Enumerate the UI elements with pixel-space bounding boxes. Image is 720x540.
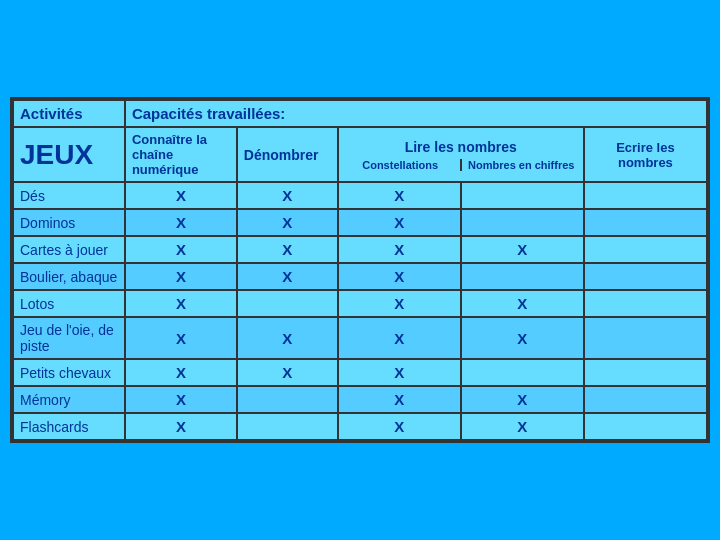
ecrire-cell bbox=[584, 413, 707, 440]
connaitre-cell: X bbox=[125, 317, 237, 359]
activite-cell: Dés bbox=[13, 182, 125, 209]
ecrire-cell bbox=[584, 359, 707, 386]
table-row: Jeu de l'oie, de piste X X X X bbox=[13, 317, 707, 359]
lire-header: Lire les nombres Constellations Nombres … bbox=[338, 127, 584, 182]
activite-cell: Mémory bbox=[13, 386, 125, 413]
nombres-chiffres-cell bbox=[461, 359, 584, 386]
constellations-cell: X bbox=[338, 263, 461, 290]
nombres-chiffres-cell: X bbox=[461, 386, 584, 413]
ecrire-cell bbox=[584, 182, 707, 209]
connaitre-cell: X bbox=[125, 209, 237, 236]
table-row: Dominos X X X bbox=[13, 209, 707, 236]
connaitre-cell: X bbox=[125, 290, 237, 317]
connaitre-cell: X bbox=[125, 413, 237, 440]
nombres-chiffres-cell: X bbox=[461, 413, 584, 440]
connaitre-cell: X bbox=[125, 386, 237, 413]
activites-header: Activités bbox=[13, 100, 125, 127]
denombrer-cell bbox=[237, 386, 338, 413]
connaitre-header: Connaître la chaîne numérique bbox=[125, 127, 237, 182]
connaitre-cell: X bbox=[125, 263, 237, 290]
ecrire-cell bbox=[584, 209, 707, 236]
nombres-chiffres-cell: X bbox=[461, 290, 584, 317]
table-row: Dés X X X bbox=[13, 182, 707, 209]
nombres-chiffres-cell bbox=[461, 182, 584, 209]
denombrer-cell bbox=[237, 413, 338, 440]
constellations-cell: X bbox=[338, 413, 461, 440]
activite-cell: Cartes à jouer bbox=[13, 236, 125, 263]
table-row: Cartes à jouer X X X X bbox=[13, 236, 707, 263]
activite-cell: Jeu de l'oie, de piste bbox=[13, 317, 125, 359]
constellations-cell: X bbox=[338, 386, 461, 413]
activite-cell: Petits chevaux bbox=[13, 359, 125, 386]
connaitre-cell: X bbox=[125, 182, 237, 209]
constellations-cell: X bbox=[338, 290, 461, 317]
activite-cell: Dominos bbox=[13, 209, 125, 236]
constellations-sub-label: Constellations bbox=[345, 159, 462, 171]
connaitre-cell: X bbox=[125, 359, 237, 386]
denombrer-cell: X bbox=[237, 359, 338, 386]
denombrer-cell: X bbox=[237, 263, 338, 290]
nombres-chiffres-cell bbox=[461, 263, 584, 290]
ecrire-cell bbox=[584, 290, 707, 317]
denombrer-cell bbox=[237, 290, 338, 317]
jeux-sub-header-row: JEUX Connaître la chaîne numérique Dénom… bbox=[13, 127, 707, 182]
capacites-header: Capacités travaillées: bbox=[125, 100, 707, 127]
table-row: Boulier, abaque X X X bbox=[13, 263, 707, 290]
table-row: Mémory X X X bbox=[13, 386, 707, 413]
nombres-chiffres-cell: X bbox=[461, 236, 584, 263]
ecrire-cell bbox=[584, 386, 707, 413]
activite-cell: Boulier, abaque bbox=[13, 263, 125, 290]
nombres-chiffres-cell bbox=[461, 209, 584, 236]
ecrire-cell bbox=[584, 236, 707, 263]
activite-cell: Flashcards bbox=[13, 413, 125, 440]
constellations-cell: X bbox=[338, 359, 461, 386]
denombrer-cell: X bbox=[237, 182, 338, 209]
nombres-chiffres-sub-label: Nombres en chiffres bbox=[462, 159, 577, 171]
constellations-cell: X bbox=[338, 209, 461, 236]
table-row: Lotos X X X bbox=[13, 290, 707, 317]
main-table-wrapper: Activités Capacités travaillées: JEUX Co… bbox=[10, 97, 710, 443]
ecrire-cell bbox=[584, 263, 707, 290]
denombrer-header: Dénombrer bbox=[237, 127, 338, 182]
denombrer-cell: X bbox=[237, 236, 338, 263]
lire-main-label: Lire les nombres bbox=[345, 139, 577, 155]
ecrire-header: Ecrire les nombres bbox=[584, 127, 707, 182]
constellations-cell: X bbox=[338, 236, 461, 263]
table-row: Flashcards X X X bbox=[13, 413, 707, 440]
constellations-cell: X bbox=[338, 182, 461, 209]
constellations-cell: X bbox=[338, 317, 461, 359]
denombrer-cell: X bbox=[237, 317, 338, 359]
denombrer-cell: X bbox=[237, 209, 338, 236]
main-header-row: Activités Capacités travaillées: bbox=[13, 100, 707, 127]
nombres-chiffres-cell: X bbox=[461, 317, 584, 359]
connaitre-cell: X bbox=[125, 236, 237, 263]
table-row: Petits chevaux X X X bbox=[13, 359, 707, 386]
ecrire-cell bbox=[584, 317, 707, 359]
activite-cell: Lotos bbox=[13, 290, 125, 317]
jeux-label: JEUX bbox=[13, 127, 125, 182]
